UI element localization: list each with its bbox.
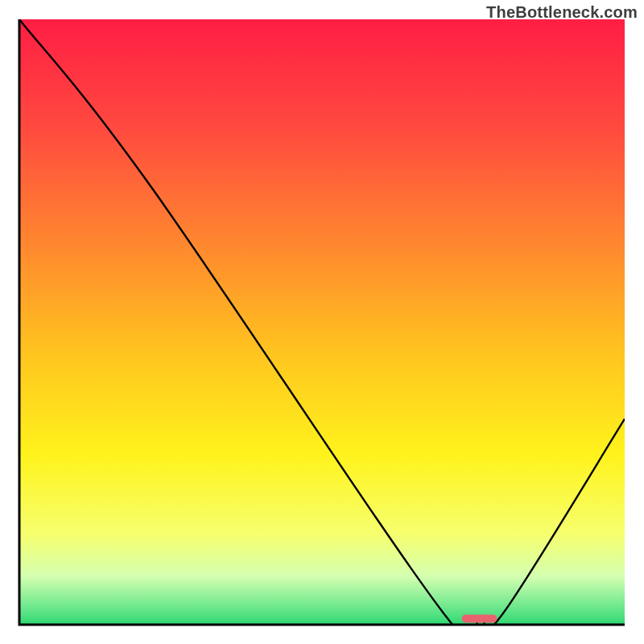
chart-root: TheBottleneck.com [0, 0, 644, 644]
optimal-marker [462, 614, 497, 622]
chart-svg [0, 0, 644, 644]
gradient-background [19, 19, 625, 625]
watermark-text: TheBottleneck.com [486, 3, 638, 22]
